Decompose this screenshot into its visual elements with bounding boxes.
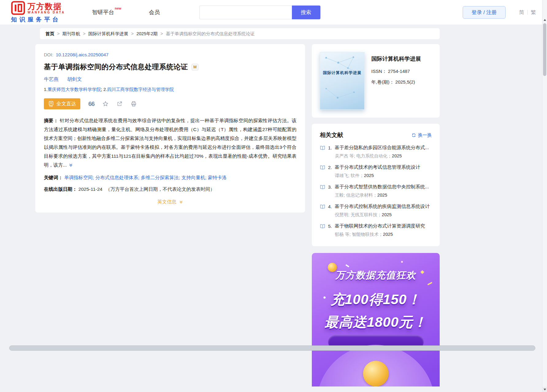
abstract-label: 摘要：	[44, 118, 58, 123]
book-icon	[320, 165, 325, 170]
network-decoration	[320, 52, 364, 109]
lang-traditional[interactable]: 繁	[528, 9, 539, 16]
fulltext-button[interactable]: free 全文直达	[44, 98, 80, 109]
author-link[interactable]: 牛艺燕	[44, 76, 59, 83]
favorite-button[interactable]	[102, 101, 109, 107]
vertical-scrollbar[interactable]	[542, 0, 547, 392]
related-item-year: 2025	[364, 173, 374, 178]
book-icon	[320, 204, 325, 209]
related-item-number: 1.	[328, 145, 332, 150]
related-item-year: 2025	[392, 153, 402, 158]
ad-offer-line: 最高送1800元！	[312, 313, 440, 331]
abstract-text: 针对分布式信息处理系统在费用与效率综合评估中的复杂性，提出一种基于单调指标空间的…	[44, 118, 296, 168]
journal-volume-row: 年,卷(期)： 2025,5(2)	[371, 79, 421, 85]
affiliation: 2.四川工商学院数字经济与管理学院	[103, 87, 174, 92]
lang-simplified[interactable]: 简	[516, 9, 527, 16]
keyword-link[interactable]: 支持向量机	[182, 175, 208, 180]
book-icon	[320, 224, 325, 229]
share-button[interactable]	[117, 101, 123, 107]
english-info-toggle[interactable]: 英文信息	[44, 199, 296, 205]
journal-cover-image[interactable]: 国际计算机科学进展	[320, 52, 365, 110]
breadcrumb-current: 基于单调指标空间的分布式信息处理系统论证	[166, 31, 255, 37]
related-item-meta: 王毅; 信息记录材料；2025	[320, 192, 432, 198]
main-nav: 智研平台new 会员	[92, 9, 160, 16]
refresh-label: 换一换	[418, 132, 432, 138]
related-item-year: 2025	[383, 232, 393, 237]
recharge-promo-banner[interactable]: 万方数据充值狂欢 充100得150！ 最高送1800元！	[312, 253, 440, 386]
affiliation-link[interactable]: 四川工商学院数字经济与管理学院	[107, 87, 174, 92]
related-literature-card: 相关文献 换一换 1. 基于差分隐私的多园区综合能源系统分布式... 吴严杰 等…	[312, 124, 440, 246]
book-icon	[320, 145, 325, 150]
keywords-row: 关键词： 单调指标空间 分布式信息处理体系 多维二分探索算法 支持向量机 蒙特卡…	[44, 175, 296, 181]
scroll-down-arrow[interactable]	[542, 387, 547, 392]
related-item-title[interactable]: 基于分布式技术的考试信息管理系统设计	[335, 164, 420, 171]
doi-row: DOI: 10.12208/j.aics.20250047	[44, 52, 296, 57]
doi-link[interactable]: 10.12208/j.aics.20250047	[56, 52, 109, 57]
print-button[interactable]	[131, 101, 137, 107]
wanfang-logo-icon	[11, 1, 25, 15]
related-item-year: 2025	[377, 193, 387, 198]
scroll-up-arrow[interactable]	[542, 17, 547, 22]
keyword-link[interactable]: 多维二分探索算法	[141, 175, 182, 180]
breadcrumb-journal[interactable]: 国际计算机科学进展	[88, 31, 128, 37]
affiliation-number: 2.	[103, 87, 107, 92]
sparkle-decoration	[427, 282, 432, 285]
brand-subtitle: 知识服务平台	[11, 16, 65, 24]
related-item-title[interactable]: 基于物联网技术的分布式计算资源调度研究	[335, 223, 425, 229]
fulltext-doc-icon: free	[48, 101, 54, 107]
authors-row: 牛艺燕 胡剑文	[44, 76, 296, 83]
right-sidebar: 国际计算机科学进展 国际计算机科学进展 ISSN： 2754-1487 年,卷(…	[312, 44, 440, 386]
breadcrumb-issue[interactable]: 2025年2期	[136, 31, 158, 37]
sparkle-decoration	[401, 261, 403, 263]
vertical-scrollbar-thumb[interactable]	[543, 23, 546, 76]
english-info-label: 英文信息	[157, 199, 176, 204]
publish-date-row: 在线出版日期： 2025-11-24 （万方平台首次上网日期，不代表论文的发表时…	[44, 186, 296, 193]
quote-icon: 66	[88, 100, 94, 107]
metrics-badge-icon[interactable]: M	[192, 64, 198, 70]
issn-value: 2754-1487	[388, 69, 410, 74]
brand-name: 万方数据	[28, 2, 65, 11]
related-item-meta: 郁杨 等; 智能物联技术；2025	[320, 232, 432, 237]
coin-icon	[363, 361, 389, 386]
cite-button[interactable]: 66	[88, 100, 94, 107]
author-link[interactable]: 胡剑文	[67, 76, 82, 83]
chevron-double-down-icon[interactable]	[69, 163, 73, 167]
related-item-title[interactable]: 基于分布式控制系统的疾病监测信息系统设计	[335, 203, 430, 210]
refresh-related-button[interactable]: 换一换	[411, 132, 432, 138]
affiliation: 1.重庆师范大学数学科学学院	[44, 87, 103, 92]
journal-name-link[interactable]: 国际计算机科学进展	[371, 55, 421, 62]
breadcrumb-separator	[57, 31, 59, 36]
related-list: 1. 基于差分隐私的多园区综合能源系统分布式... 吴严杰 等; 电力系统自动化…	[320, 145, 432, 237]
keyword-link[interactable]: 单调指标空间	[64, 175, 95, 180]
affiliation-number: 1.	[44, 87, 48, 92]
nav-label: 会员	[149, 9, 160, 15]
affiliation-link[interactable]: 重庆师范大学数学科学学院	[48, 87, 101, 92]
svg-text:free: free	[49, 105, 53, 107]
related-item-title[interactable]: 基于差分隐私的多园区综合能源系统分布式...	[335, 145, 429, 151]
keywords-label: 关键词：	[44, 175, 63, 180]
breadcrumb-home[interactable]: 首页	[45, 31, 54, 37]
search-button[interactable]: 搜索	[292, 6, 320, 19]
nav-membership[interactable]: 会员	[149, 9, 160, 16]
issn-label: ISSN：	[371, 69, 387, 74]
related-item-number: 5.	[328, 224, 332, 229]
search-input[interactable]	[199, 6, 292, 19]
volume-value: 2025,5(2)	[395, 79, 415, 85]
related-item-year: 2025	[382, 212, 392, 217]
affiliations-row: 1.重庆师范大学数学科学学院 2.四川工商学院数字经济与管理学院	[44, 87, 296, 92]
publish-date: 2025-11-24	[78, 187, 102, 192]
site-logo[interactable]: 万方数据 WANFANG DATA 知识服务平台	[11, 1, 65, 24]
action-toolbar: free 全文直达 66	[44, 98, 296, 109]
breadcrumb-separator	[83, 31, 85, 36]
related-item-title[interactable]: 基于分布式智慧供热数据信息中央控制系统...	[335, 184, 429, 190]
publish-date-label: 在线出版日期：	[44, 187, 77, 192]
ad-offer-line: 充100得150！	[312, 290, 440, 309]
share-icon	[117, 101, 123, 107]
keyword-link[interactable]: 分布式信息处理体系	[95, 175, 141, 180]
journal-card: 国际计算机科学进展 国际计算机科学进展 ISSN： 2754-1487 年,卷(…	[312, 44, 440, 118]
breadcrumb-journal-nav[interactable]: 期刊导航	[62, 31, 80, 37]
horizontal-scrollbar-thumb[interactable]	[9, 345, 535, 351]
login-register-button[interactable]: 登录 / 注册	[463, 6, 506, 19]
nav-zhiyan-platform[interactable]: 智研平台new	[92, 9, 120, 16]
keyword-link[interactable]: 蒙特卡洛	[208, 175, 227, 180]
